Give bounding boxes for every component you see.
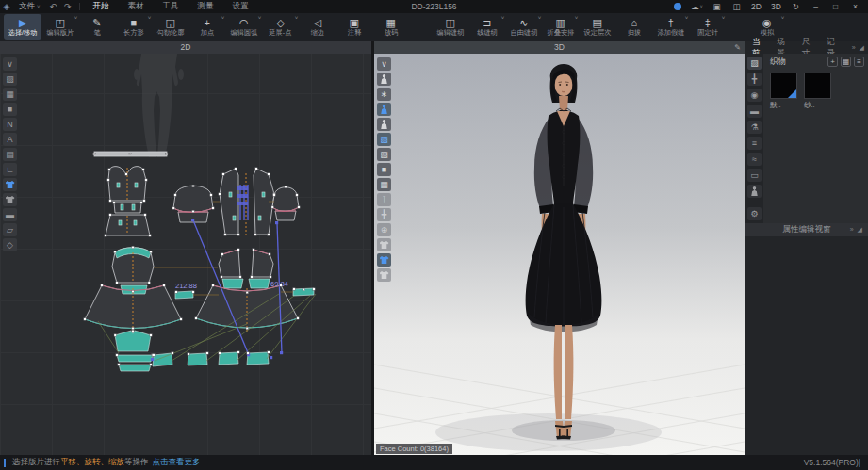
menu-settings[interactable]: 设置 <box>223 1 258 12</box>
cloth-thick-icon[interactable] <box>377 238 391 251</box>
texture-view-icon[interactable]: ▨ <box>3 73 17 86</box>
grid-view-icon[interactable]: ▦ <box>3 88 17 101</box>
topstitch-category-icon[interactable]: ≡ <box>747 137 762 150</box>
line-sewing-tool[interactable]: ⊐ 线缝纫 ˅ <box>468 14 505 40</box>
texture-view-icon[interactable]: ▨ <box>377 133 391 146</box>
menu-material[interactable]: 素材 <box>119 1 154 12</box>
trim-category-icon[interactable]: ▭ <box>747 169 762 182</box>
add-fabric-button[interactable]: + <box>827 57 838 67</box>
measurement-a-label: 212.88 <box>175 282 197 290</box>
collapse-icon[interactable]: ∨ <box>377 57 391 71</box>
measurement-b-label: 69.84 <box>270 280 288 288</box>
seam-view-icon[interactable]: ▬ <box>3 208 17 221</box>
sync-view-button[interactable]: ↻ <box>787 1 805 12</box>
redo-button[interactable]: ↷ <box>60 2 75 11</box>
view-3d-button[interactable]: 3D <box>767 1 785 12</box>
fabric-swatch-gauze[interactable]: 纱.. <box>804 73 832 110</box>
edit-sewing-tool[interactable]: ◫ 编辑缝纫 <box>432 14 468 40</box>
cloud-sync-button[interactable]: ☁˅ <box>688 1 706 12</box>
avatar-category-icon[interactable] <box>747 185 762 198</box>
property-collapse-icon[interactable]: » <box>850 226 854 234</box>
menu-tools[interactable]: 工具 <box>154 1 188 12</box>
collapse-tabs-icon[interactable]: » <box>852 44 856 52</box>
fabric-swatch-list: 默.. 纱.. <box>763 70 868 110</box>
pen-tool[interactable]: ✎ 笔 <box>78 14 115 40</box>
free-sewing-tool[interactable]: ∿ 自由缝纫 ˅ <box>505 14 542 40</box>
undo-button[interactable]: ↶ <box>46 2 61 11</box>
edit-arc-tool[interactable]: ◠ 编辑圆弧 ˅ <box>225 14 262 40</box>
pin-view-icon[interactable]: ⊺ <box>377 193 391 206</box>
file-menu[interactable]: 文件 ˅ <box>13 1 46 12</box>
grading-tool[interactable]: ▦ 放码 <box>372 14 409 40</box>
paper-view-icon[interactable]: ▱ <box>3 223 17 236</box>
list-view-button[interactable]: ≡ <box>854 57 864 67</box>
see-more-link[interactable]: 点击查看更多 <box>153 457 201 468</box>
add-basting-tool[interactable]: † 添加假缝 ˅ <box>652 14 689 40</box>
button-category-icon[interactable]: ◉ <box>747 89 762 102</box>
cloth-plain-icon[interactable] <box>377 268 391 282</box>
arrange-category-icon[interactable]: ╋ <box>747 73 762 86</box>
set-layer-tool[interactable]: ▤ 设定层次 <box>579 14 615 40</box>
skeleton-icon[interactable]: ∗ <box>377 88 391 101</box>
dye-category-icon[interactable]: ⚗ <box>747 121 762 134</box>
fill-view-icon[interactable]: ■ <box>3 103 17 116</box>
annotation-tool[interactable]: ▣ 注释 <box>336 14 372 40</box>
status-hint-prefix: 选择版片进行 <box>12 457 60 468</box>
shape-view-icon[interactable]: ◇ <box>3 238 17 251</box>
add-point-tool[interactable]: + 加点 ˅ <box>188 14 225 40</box>
fabric-category-icon[interactable]: ▨ <box>747 57 762 70</box>
notch-view-icon[interactable]: N <box>3 118 17 131</box>
menu-start[interactable]: 开始 <box>84 1 119 12</box>
edit-piece-tool[interactable]: ◰ 编辑版片 ˅ <box>41 14 78 40</box>
piece-view-icon[interactable]: ▤ <box>3 148 17 161</box>
pattern-canvas[interactable]: 212.88 69.84 <box>0 54 371 455</box>
property-editor-header[interactable]: 属性编辑视窗 »◢ <box>745 223 868 236</box>
view-2d-button[interactable]: 2D <box>747 1 765 12</box>
show-back-piece-icon[interactable] <box>3 193 17 206</box>
shrink-edge-tool[interactable]: ◁ 缩边 <box>299 14 336 40</box>
cloth-style-icon[interactable] <box>377 253 391 267</box>
collapse-icon[interactable]: ∨ <box>3 57 17 71</box>
annotation-view-icon[interactable]: A <box>3 133 17 146</box>
close-button[interactable]: × <box>846 1 864 12</box>
grid-view-icon[interactable]: ▦ <box>377 178 391 191</box>
thumbnail-view-button[interactable]: ▦ <box>841 57 851 67</box>
fabric-swatch-default[interactable]: 默.. <box>770 73 798 110</box>
mesh-view-icon[interactable]: ▧ <box>377 148 391 161</box>
solid-view-icon[interactable]: ■ <box>377 163 391 176</box>
panel-splitter[interactable] <box>371 41 374 455</box>
menu-measure[interactable]: 测量 <box>188 1 223 12</box>
property-expand-icon[interactable]: ◢ <box>858 226 862 234</box>
sidebar-tabs: 当前场景尺寸记录 »◢ <box>745 41 868 54</box>
chevron-down-icon: ˅ <box>37 4 41 9</box>
extend-point-tool[interactable]: ◇ 延展-点 ˅ <box>262 14 299 40</box>
buttonhole-category-icon[interactable]: ▬ <box>747 105 762 118</box>
show-avatar-icon[interactable] <box>377 103 391 116</box>
rectangle-tool[interactable]: ■ 长方形 ˅ <box>115 14 152 40</box>
scene-canvas[interactable] <box>374 54 745 455</box>
edit-icon[interactable]: ✎ <box>734 41 741 54</box>
arrange-point-icon[interactable]: ╋ <box>377 208 391 221</box>
avatar-arrange-icon[interactable] <box>377 73 391 86</box>
press-tool[interactable]: ⌂ 归拔 <box>615 14 652 40</box>
trace-outline-tool[interactable]: ◲ 勾勒轮廓 <box>152 14 188 40</box>
baseline-view-icon[interactable]: ∟ <box>3 163 17 176</box>
select-move-tool[interactable]: ▶ 选择/移动 <box>4 14 41 40</box>
fix-pin-tool[interactable]: ‡ 固定针 ˅ <box>689 14 726 40</box>
avatar-alt-icon[interactable] <box>377 118 391 131</box>
scene-3d-panel[interactable]: 3D ✎ ∨∗▨▧■▦⊺╋⊕ <box>374 41 745 455</box>
shirring-category-icon[interactable]: ≈ <box>747 153 762 166</box>
maximize-button[interactable]: □ <box>827 1 844 12</box>
avatar[interactable] <box>526 64 602 440</box>
measure-view-icon[interactable]: ⊕ <box>377 223 391 236</box>
pattern-2d-panel[interactable]: 2D ∨▨▦■NA▤∟▬▱◇ <box>0 41 371 455</box>
fold-arrange-tool[interactable]: ▥ 折叠安排 ˅ <box>542 14 579 40</box>
status-accent-bar <box>4 459 6 467</box>
expand-panel-icon[interactable]: ◢ <box>860 44 864 52</box>
layout-single-icon[interactable]: ▣ <box>708 1 726 12</box>
minimize-button[interactable]: – <box>807 1 825 12</box>
settings-icon[interactable]: ⚙ <box>747 207 762 220</box>
show-front-piece-icon[interactable] <box>3 178 17 191</box>
user-presence-dot[interactable] <box>668 1 686 12</box>
layout-split-icon[interactable]: ◫ <box>728 1 745 12</box>
